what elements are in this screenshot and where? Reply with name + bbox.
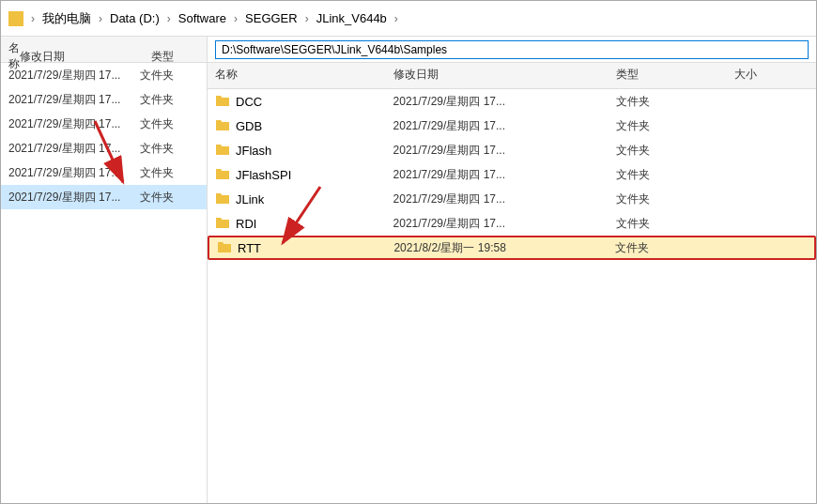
table-row[interactable]: JF JFlash.exe: [1, 234, 207, 258]
folder-icon: [215, 166, 230, 184]
folder-icon: [215, 142, 230, 160]
address-bar: [208, 37, 816, 63]
right-col-header-size[interactable]: 大小: [734, 67, 809, 84]
file-date: 2021/7/29/星期四 17...: [393, 191, 616, 207]
file-name: JFlashSPI: [236, 168, 291, 182]
table-row-samples[interactable]: Samples 2021/7/29/星期四 17... 文件夹: [1, 185, 207, 209]
file-name: JLink: [236, 192, 264, 206]
folder-breadcrumb-icon: [8, 11, 23, 26]
file-name: RTT: [238, 241, 261, 255]
table-row[interactable]: Doc 2021/7/29/星期四 17... 文件夹: [1, 87, 207, 112]
breadcrumb-mypc[interactable]: 我的电脑: [39, 8, 95, 29]
breadcrumb-datad[interactable]: Data (D:): [106, 9, 163, 27]
file-type: 文件夹: [616, 191, 734, 207]
file-type: 文件夹: [616, 118, 734, 134]
right-col-header-date[interactable]: 修改日期: [393, 67, 616, 84]
table-row[interactable]: JFlashSPI 2021/7/29/星期四 17... 文件夹: [208, 162, 816, 187]
file-type: 文件夹: [616, 143, 734, 159]
table-row[interactable]: DCC 2021/7/29/星期四 17... 文件夹: [208, 89, 816, 114]
file-type: 文件夹: [140, 165, 196, 181]
left-panel: 名称 修改日期 类型 大小 Devices 2021/7/29/星期四 17..…: [1, 37, 208, 503]
col-header-date[interactable]: 修改日期: [20, 49, 151, 65]
file-name: RDI: [236, 217, 256, 231]
breadcrumb-bar: › 我的电脑 › Data (D:) › Software › SEGGER ›…: [1, 1, 816, 37]
table-row[interactable]: SCL JFlashSPI_CL.exe: [1, 307, 207, 331]
right-col-header-name[interactable]: 名称: [215, 67, 393, 84]
folder-icon: [215, 215, 230, 233]
file-date: 2021/7/29/星期四 17...: [393, 118, 616, 134]
breadcrumb-segger[interactable]: SEGGER: [241, 9, 301, 27]
file-type: 文件夹: [615, 240, 733, 256]
file-name: JFlash: [236, 144, 271, 158]
file-type: 文件夹: [616, 94, 734, 110]
folder-icon: [215, 191, 230, 208]
file-name: GDB: [236, 119, 262, 133]
table-row[interactable]: dll JLinkARM.dll: [1, 380, 207, 405]
table-row[interactable]: Devices 2021/7/29/星期四 17... 文件夹: [1, 63, 207, 87]
folder-icon: [217, 239, 232, 257]
file-date: 2021/7/29/星期四 17...: [8, 190, 140, 206]
file-type: 文件夹: [140, 92, 196, 108]
table-row[interactable]: JLC JLinkConfig.exe: [1, 405, 207, 429]
file-type: 文件夹: [616, 216, 734, 232]
table-row[interactable]: USBDriver: [1, 209, 207, 234]
table-row-rtt[interactable]: RTT 2021/8/2/星期一 19:58 文件夹: [208, 236, 816, 260]
table-row[interactable]: GDBServer 2021/7/29/星期四 17... 文件夹: [1, 136, 207, 160]
file-type: 文件夹: [140, 68, 196, 84]
file-date: 2021/7/29/星期四 17...: [393, 94, 616, 110]
breadcrumb-software[interactable]: Software: [175, 9, 230, 27]
breadcrumb-jlinkv644b[interactable]: JLink_V644b: [313, 9, 391, 27]
file-date: 2021/7/29/星期四 17...: [8, 68, 140, 84]
right-panel: 名称 修改日期 类型 大小 DCC 2021/7/29/星期四 17... 文件: [208, 37, 816, 503]
right-column-headers: 名称 修改日期 类型 大小: [208, 63, 816, 89]
file-date: 2021/7/29/星期四 17...: [8, 165, 140, 181]
main-content: 名称 修改日期 类型 大小 Devices 2021/7/29/星期四 17..…: [1, 37, 816, 503]
file-type: 文件夹: [140, 190, 196, 206]
folder-icon: [215, 117, 230, 135]
file-date: 2021/7/29/星期四 17...: [393, 216, 616, 232]
file-date: 2021/7/29/星期四 17...: [8, 116, 140, 132]
address-input[interactable]: [215, 40, 809, 59]
file-date: 2021/8/2/星期一 19:58: [393, 240, 615, 256]
left-column-headers: 名称 修改日期 类型 大小: [1, 37, 207, 63]
table-row[interactable]: JFL JFlashLite.exe: [1, 258, 207, 283]
table-row[interactable]: SPI JFlashSPI.exe: [1, 283, 207, 307]
file-date: 2021/7/29/星期四 17...: [8, 141, 140, 157]
file-type: 文件夹: [616, 167, 734, 183]
col-header-type[interactable]: 类型: [151, 49, 208, 65]
file-name: DCC: [236, 95, 262, 109]
file-type: 文件夹: [140, 141, 196, 157]
explorer-window: › 我的电脑 › Data (D:) › Software › SEGGER ›…: [0, 0, 817, 504]
file-type: 文件夹: [140, 116, 196, 132]
table-row[interactable]: RDDI 2021/7/29/星期四 17... 文件夹: [1, 160, 207, 185]
right-col-header-type[interactable]: 类型: [616, 67, 734, 84]
table-row[interactable]: GDB 2021/7/29/星期四 17... 文件夹: [208, 114, 816, 138]
table-row[interactable]: JL JLink.exe: [1, 331, 207, 356]
table-row[interactable]: RDI 2021/7/29/星期四 17... 文件夹: [208, 211, 816, 236]
table-row[interactable]: dll JLink_x64.dll: [1, 356, 207, 380]
table-row[interactable]: JLink 2021/7/29/星期四 17... 文件夹: [208, 187, 816, 211]
file-date: 2021/7/29/星期四 17...: [8, 92, 140, 108]
left-file-list: Devices 2021/7/29/星期四 17... 文件夹 Doc 2021…: [1, 63, 207, 503]
right-file-list: DCC 2021/7/29/星期四 17... 文件夹 GDB 2021/7/2…: [208, 89, 816, 503]
table-row[interactable]: ETC 2021/7/29/星期四 17... 文件夹: [1, 112, 207, 136]
file-date: 2021/7/29/星期四 17...: [393, 167, 616, 183]
folder-icon: [215, 93, 230, 111]
file-date: 2021/7/29/星期四 17...: [393, 143, 616, 159]
table-row[interactable]: JFlash 2021/7/29/星期四 17... 文件夹: [208, 138, 816, 162]
